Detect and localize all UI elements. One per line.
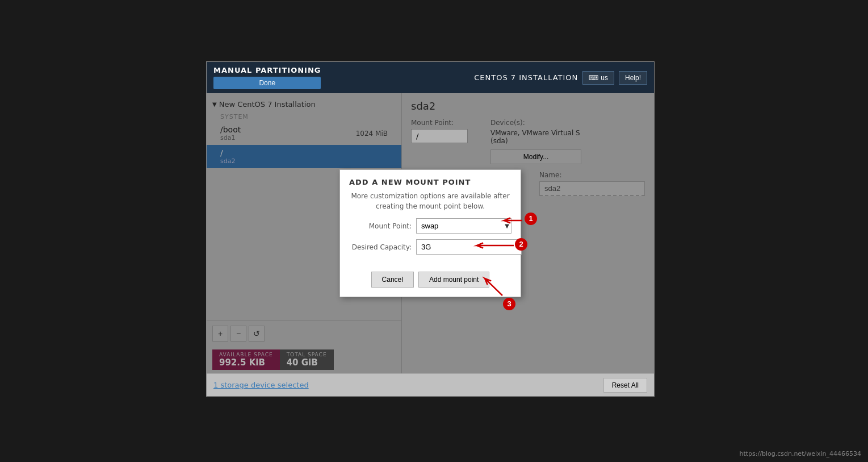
modal-mount-input[interactable] xyxy=(416,218,511,234)
header-right: CENTOS 7 INSTALLATION ⌨ us Help! xyxy=(474,71,647,85)
header-left: MANUAL PARTITIONING Done xyxy=(213,66,321,89)
storage-link[interactable]: 1 storage device selected xyxy=(213,381,309,389)
add-mount-point-button[interactable]: Add mount point xyxy=(418,272,489,288)
modal-overlay: ADD A NEW MOUNT POINT More customization… xyxy=(207,93,654,373)
modal-buttons: Cancel Add mount point xyxy=(340,267,521,297)
modal-capacity-input[interactable] xyxy=(416,239,522,255)
watermark: https://blog.csdn.net/weixin_44466534 xyxy=(739,450,861,457)
done-button[interactable]: Done xyxy=(213,77,321,89)
keyboard-icon: ⌨ xyxy=(589,74,598,82)
modal-capacity-field: Desired Capacity: xyxy=(349,239,511,255)
app-title: MANUAL PARTITIONING xyxy=(213,66,321,74)
reset-button[interactable]: Reset All xyxy=(603,378,647,393)
modal-dialog: ADD A NEW MOUNT POINT More customization… xyxy=(339,169,521,297)
help-button[interactable]: Help! xyxy=(619,71,647,85)
footer-bar: 1 storage device selected Reset All xyxy=(207,373,654,396)
modal-capacity-label: Desired Capacity: xyxy=(349,243,412,251)
header-bar: MANUAL PARTITIONING Done CENTOS 7 INSTAL… xyxy=(207,62,654,93)
modal-mount-point-field: Mount Point: ▼ xyxy=(349,218,511,234)
modal-body: Mount Point: ▼ Desired Capacity: xyxy=(340,218,521,267)
modal-mount-label: Mount Point: xyxy=(349,222,412,230)
centos-title: CENTOS 7 INSTALLATION xyxy=(474,73,578,82)
cancel-button[interactable]: Cancel xyxy=(371,272,414,288)
app-window: MANUAL PARTITIONING Done CENTOS 7 INSTAL… xyxy=(206,61,655,397)
keyboard-lang: us xyxy=(601,74,608,82)
keyboard-button[interactable]: ⌨ us xyxy=(582,71,614,85)
modal-title: ADD A NEW MOUNT POINT xyxy=(340,170,521,191)
modal-description: More customization options are available… xyxy=(340,191,521,218)
